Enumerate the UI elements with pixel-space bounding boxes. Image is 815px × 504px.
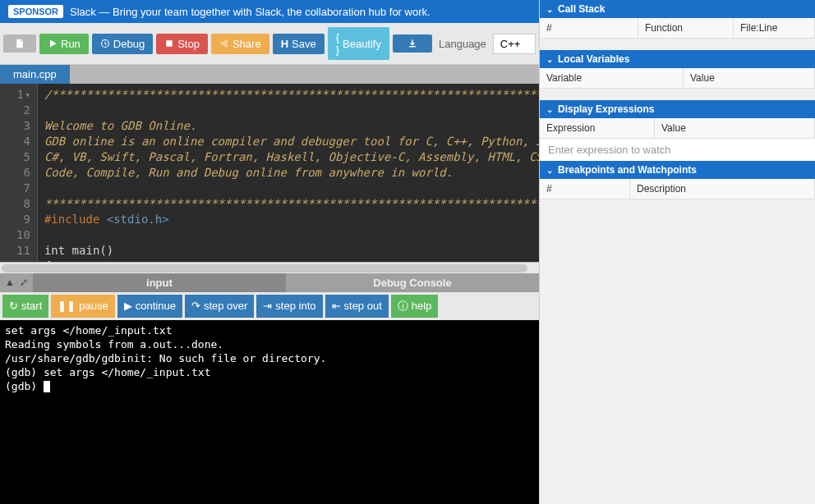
sponsor-bar: SPONSOR Slack — Bring your team together… <box>0 0 539 23</box>
local-vars-columns: Variable Value <box>540 68 815 89</box>
tab-main-cpp[interactable]: main.cpp <box>0 65 70 84</box>
watch-expression-input[interactable] <box>540 139 815 161</box>
run-button[interactable]: Run <box>39 34 89 54</box>
col-value: Value <box>684 68 815 88</box>
stop-icon <box>164 39 174 48</box>
sponsor-text[interactable]: Slack — Bring your team together with Sl… <box>70 6 431 18</box>
col-number: # <box>540 18 638 38</box>
panel-display-expr-header[interactable]: ⌄ Display Expressions <box>540 100 815 118</box>
save-icon: H <box>281 38 288 50</box>
editor-horizontal-scrollbar[interactable] <box>0 262 539 273</box>
debug-toolbar: ↻ start ❚❚ pause ▶ continue ↷ step over … <box>0 292 539 320</box>
braces-icon: { } <box>336 31 339 56</box>
pause-icon: ❚❚ <box>58 300 76 312</box>
call-stack-columns: # Function File:Line <box>540 18 815 39</box>
refresh-icon: ↻ <box>9 300 18 312</box>
debug-continue-button[interactable]: ▶ continue <box>117 295 182 318</box>
display-expr-columns: Expression Value <box>540 118 815 139</box>
play-icon <box>48 39 58 48</box>
debug-pause-button[interactable]: ❚❚ pause <box>51 295 114 318</box>
chevron-down-icon: ⌄ <box>546 105 553 114</box>
beautify-button[interactable]: { } Beautify <box>328 27 389 60</box>
info-icon: ⓘ <box>398 299 408 314</box>
share-icon <box>219 39 229 48</box>
col-variable: Variable <box>540 68 684 88</box>
debug-console[interactable]: set args </home/_input.txt Reading symbo… <box>0 320 539 505</box>
code-content[interactable]: /***************************************… <box>38 84 539 262</box>
file-icon <box>15 39 25 48</box>
share-button[interactable]: Share <box>211 34 269 54</box>
col-value: Value <box>655 118 815 138</box>
cursor <box>44 381 50 392</box>
language-select[interactable]: C++ <box>493 34 536 54</box>
tab-input[interactable]: input <box>33 273 286 292</box>
breakpoints-columns: # Description <box>540 179 815 199</box>
editor-gutter: 1 ▾ 2 3 4 5 6 7 8 9 10 11 12 ▾ 13 14 15 … <box>0 84 38 262</box>
col-description: Description <box>630 179 815 199</box>
step-out-icon: ⇤ <box>332 300 341 312</box>
chevron-down-icon: ⌄ <box>546 5 553 14</box>
col-expression: Expression <box>540 118 655 138</box>
stop-button[interactable]: Stop <box>156 34 208 54</box>
debug-panels: ⌄ Call Stack # Function File:Line ⌄ Loca… <box>539 0 815 504</box>
debug-start-button[interactable]: ↻ start <box>2 295 48 318</box>
svg-rect-1 <box>166 40 173 47</box>
chevron-down-icon: ⌄ <box>546 166 553 175</box>
panel-breakpoints-header[interactable]: ⌄ Breakpoints and Watchpoints <box>540 161 815 179</box>
new-file-button[interactable] <box>3 34 36 53</box>
debug-step-out-button[interactable]: ⇤ step out <box>325 295 389 318</box>
col-number: # <box>540 179 630 199</box>
download-icon <box>408 39 417 48</box>
col-function: Function <box>638 18 734 38</box>
debug-step-over-button[interactable]: ↷ step over <box>185 295 254 318</box>
fold-marker-icon[interactable]: ▾ <box>25 87 30 103</box>
expand-diag-icon[interactable]: ⤢ <box>20 277 28 288</box>
chevron-down-icon: ⌄ <box>546 55 553 64</box>
clock-icon <box>100 39 110 48</box>
code-editor[interactable]: 1 ▾ 2 3 4 5 6 7 8 9 10 11 12 ▾ 13 14 15 … <box>0 84 539 262</box>
file-tabs: main.cpp <box>0 65 539 84</box>
tab-debug-console[interactable]: Debug Console <box>286 273 539 292</box>
save-button[interactable]: H Save <box>273 34 325 54</box>
main-toolbar: Run Debug Stop Share H Save { } Beautify <box>0 23 539 65</box>
sponsor-badge: SPONSOR <box>8 5 63 18</box>
bottom-tabs: ▲ ⤢ input Debug Console <box>0 273 539 292</box>
step-into-icon: ⇥ <box>263 300 272 312</box>
language-label: Language <box>439 38 486 50</box>
debug-help-button[interactable]: ⓘ help <box>391 295 439 318</box>
panel-local-vars-header[interactable]: ⌄ Local Variables <box>540 50 815 68</box>
play-icon: ▶ <box>124 300 132 312</box>
col-fileline: File:Line <box>734 18 815 38</box>
step-over-icon: ↷ <box>191 300 200 312</box>
download-button[interactable] <box>393 34 432 53</box>
debug-button[interactable]: Debug <box>92 34 153 54</box>
expand-up-icon[interactable]: ▲ <box>5 277 15 288</box>
debug-step-into-button[interactable]: ⇥ step into <box>256 295 322 318</box>
panel-call-stack-header[interactable]: ⌄ Call Stack <box>540 0 815 18</box>
